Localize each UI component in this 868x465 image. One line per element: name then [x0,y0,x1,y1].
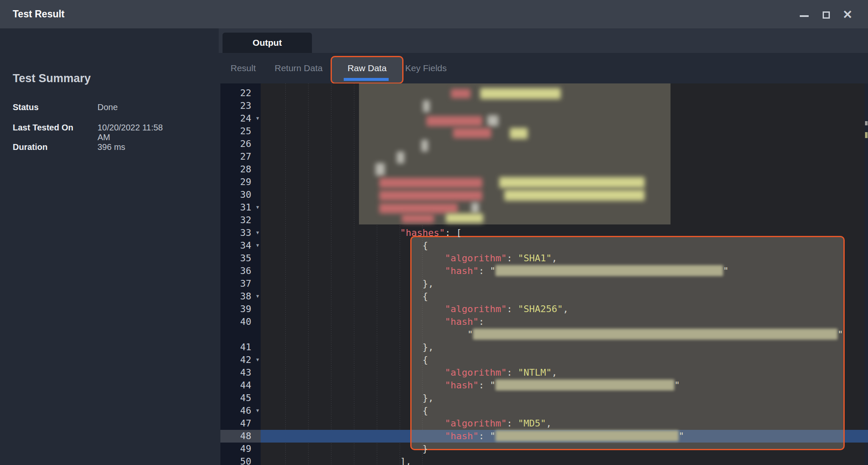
redacted-hash-value [473,329,837,340]
fold-arrow-icon[interactable]: ▼ [256,290,259,303]
line-number[interactable]: 35 [220,252,261,265]
code-line[interactable] [261,201,868,214]
line-number[interactable]: 42▼ [220,354,261,366]
output-tab-strip: Output [219,28,868,53]
test-summary-panel: Test Summary Status Done Last Tested On … [0,28,170,465]
line-number[interactable]: 28 [220,163,261,176]
code-line[interactable]: "" [261,328,868,341]
line-number[interactable]: 25 [220,125,261,138]
code-line[interactable]: }, [261,277,868,290]
code-line[interactable]: "algorithm": "SHA256", [261,303,868,316]
line-number[interactable]: 47 [220,417,261,430]
subtab-key-fields[interactable]: Key Fields [405,53,447,83]
line-number[interactable]: 34▼ [220,239,261,252]
code-line[interactable]: } [261,443,868,455]
code-line[interactable] [261,188,868,201]
scrollbar-mark [865,121,868,125]
subtab-raw-data-label: Raw Data [332,57,402,79]
subtab-raw-data[interactable]: Raw Data [331,56,403,84]
code-line[interactable] [261,100,868,112]
code-line[interactable] [261,83,868,86]
code-line[interactable]: }, [261,341,868,354]
line-number[interactable]: 21 [220,83,261,86]
window-title: Test Result [13,8,64,20]
output-subtabs: Result Return Data Raw Data Key Fields [170,53,868,83]
code-line[interactable]: "algorithm": "NTLM", [261,366,868,379]
code-line[interactable] [261,176,868,188]
line-number[interactable]: 30 [220,188,261,201]
code-line[interactable] [261,125,868,138]
status-value: Done [97,102,118,112]
line-number[interactable]: 45 [220,392,261,404]
maximize-button[interactable] [817,0,836,28]
code-line[interactable]: "hash": [261,316,868,328]
duration-value: 396 ms [97,142,125,152]
code-line[interactable] [261,163,868,176]
maximize-icon [823,11,830,19]
code-line[interactable]: "hash": "" [261,265,868,277]
raw-data-code-editor[interactable]: "hashes": [ { "algorithm": "SHA1", "hash… [261,83,868,465]
fold-arrow-icon[interactable]: ▼ [256,112,259,125]
line-number[interactable]: 43 [220,366,261,379]
fold-arrow-icon[interactable]: ▼ [256,239,259,252]
fold-arrow-icon[interactable]: ▼ [256,404,259,417]
line-number[interactable]: 39 [220,303,261,316]
tab-output[interactable]: Output [223,33,312,53]
code-line[interactable] [261,138,868,150]
code-line[interactable]: { [261,290,868,303]
line-number[interactable]: 26 [220,138,261,150]
redacted-hash-value [495,265,723,276]
code-line[interactable]: { [261,354,868,366]
line-number[interactable]: 22 [220,87,261,100]
line-number[interactable]: 31▼ [220,201,261,214]
last-tested-label: Last Tested On [13,123,73,133]
line-number[interactable]: 41 [220,341,261,354]
line-number[interactable]: 48 [220,430,261,443]
fold-arrow-icon[interactable]: ▼ [256,201,259,214]
line-number[interactable]: 29 [220,176,261,188]
code-line[interactable]: { [261,239,868,252]
line-number[interactable]: 40 [220,316,261,328]
close-icon: ✕ [843,8,852,22]
status-label: Status [13,102,39,112]
code-line[interactable]: ], [261,455,868,465]
line-number[interactable]: 46▼ [220,404,261,417]
fold-arrow-icon[interactable]: ▼ [256,354,259,366]
fold-arrow-icon[interactable]: ▼ [256,227,259,239]
line-number[interactable]: 33▼ [220,227,261,239]
line-number[interactable]: 44 [220,379,261,392]
line-number[interactable]: 27 [220,150,261,163]
close-button[interactable]: ✕ [838,0,857,28]
code-line[interactable] [261,87,868,100]
minimize-icon [800,15,809,17]
code-line[interactable]: "hashes": [ [261,227,868,239]
line-number[interactable]: 50 [220,455,261,465]
code-line[interactable]: }, [261,392,868,404]
line-number[interactable]: 38▼ [220,290,261,303]
code-line[interactable]: "algorithm": "MD5", [261,417,868,430]
code-line[interactable]: "hash": "" [261,379,868,392]
test-summary-heading: Test Summary [13,72,91,85]
line-number[interactable]: 32 [220,214,261,227]
scrollbar-mark [865,132,868,138]
subtab-return-data[interactable]: Return Data [275,53,323,83]
line-number[interactable]: 23 [220,100,261,112]
test-result-dialog: Test Result ✕ Test Summary Status Done L… [0,0,868,465]
code-line[interactable] [261,150,868,163]
line-number[interactable]: 49 [220,443,261,455]
title-bar: Test Result ✕ [0,0,868,28]
editor-gutter[interactable]: 21222324▼25262728293031▼3233▼34▼35363738… [220,83,261,465]
line-number[interactable]: 37 [220,277,261,290]
code-line[interactable]: { [261,404,868,417]
code-line[interactable]: "hash": "" [261,430,868,443]
line-number[interactable]: 24▼ [220,112,261,125]
subtab-result[interactable]: Result [231,53,256,83]
duration-label: Duration [13,142,47,152]
code-line[interactable] [261,112,868,125]
last-tested-value: 10/20/2022 11:58 AM [97,123,170,142]
line-number[interactable]: 36 [220,265,261,277]
code-line[interactable] [261,214,868,227]
minimize-button[interactable] [795,0,813,28]
redacted-hash-value [495,379,674,390]
code-line[interactable]: "algorithm": "SHA1", [261,252,868,265]
